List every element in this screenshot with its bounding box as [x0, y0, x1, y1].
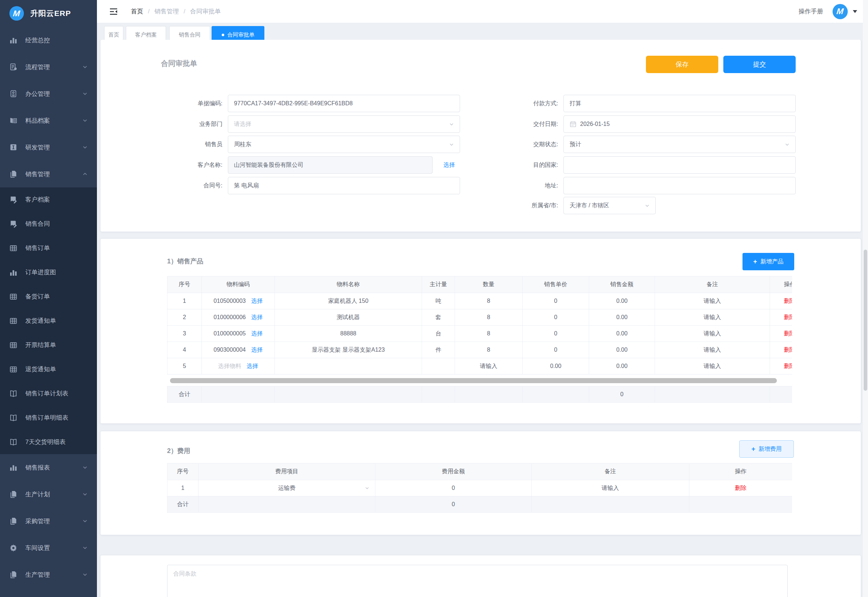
cell-remark-input[interactable]: 请输入: [655, 358, 770, 374]
sidebar-item-stock-order[interactable]: 备货订单: [0, 284, 97, 309]
sidebar-item-office-management[interactable]: 办公管理: [0, 80, 97, 107]
add-product-button[interactable]: + 新增产品: [742, 253, 794, 270]
open-book-icon: [9, 390, 17, 398]
field-input-payment-method[interactable]: 打算: [563, 95, 795, 112]
fees-section-title: 2）费用: [167, 447, 190, 455]
user-avatar[interactable]: M: [832, 4, 848, 19]
sidebar-item-return-notice[interactable]: 退货通知单: [0, 357, 97, 382]
sidebar-item-processing-workshop[interactable]: 加工车间: [0, 588, 97, 597]
sidebar-item-sales-contract[interactable]: 销售合同: [0, 212, 97, 236]
delete-row-link[interactable]: 删除: [784, 347, 792, 353]
sidebar-item-customer-archive[interactable]: 客户档案: [0, 187, 97, 212]
cell-remark-input[interactable]: 请输入: [655, 309, 770, 326]
cell-qty[interactable]: 请输入: [455, 358, 523, 374]
sidebar-item-material-archive[interactable]: 料品档案: [0, 107, 97, 134]
bar-chart-icon: [9, 36, 17, 44]
field-input-delivery-date[interactable]: 2026-01-15: [563, 116, 795, 133]
submit-button[interactable]: 提交: [723, 56, 795, 73]
field-input-address[interactable]: [563, 177, 795, 194]
sidebar-item-sales-management[interactable]: 销售管理: [0, 160, 97, 187]
field-input-salesperson[interactable]: 周桂东: [228, 136, 460, 153]
products-hscrollbar: [167, 377, 792, 385]
field-input-business-dept[interactable]: 请选择: [228, 116, 460, 133]
field-input-contract-no[interactable]: 第 电风扇: [228, 177, 460, 194]
menu-fold-icon[interactable]: [108, 6, 118, 16]
tab-label: 首页: [108, 31, 119, 39]
products-total-wrap: 合计0: [167, 386, 792, 403]
delete-row-link[interactable]: 删除: [784, 314, 792, 320]
office-card-icon: [9, 90, 17, 98]
page-vscrollbar-thumb[interactable]: [864, 249, 867, 391]
sidebar-item-label: 车间设置: [25, 544, 83, 552]
field-customer-name: 客户名称:山河智能装备股份有限公司选择: [148, 156, 460, 174]
tab-客户档案[interactable]: 客户档案: [126, 26, 166, 40]
fees-table: 序号费用项目费用金额备注操作1运输费0请输入删除合计0: [167, 463, 792, 513]
cell-amount: 0.00: [589, 358, 655, 374]
contract-terms-textarea[interactable]: 合同条款: [167, 565, 788, 597]
sidebar-item-sales-order[interactable]: 销售订单: [0, 236, 97, 260]
field-input-destination-country[interactable]: [563, 156, 795, 174]
field-label-address: 地址:: [484, 182, 558, 190]
field-delivery-status: 交期状态:预计: [484, 136, 795, 153]
sidebar-item-purchase-management[interactable]: 采购管理: [0, 508, 97, 535]
field-input-delivery-status[interactable]: 预计: [563, 136, 795, 153]
delete-row-link[interactable]: 删除: [735, 485, 747, 491]
sidebar-item-rd-management[interactable]: 研发管理: [0, 134, 97, 160]
sidebar-item-label: 采购管理: [25, 517, 83, 525]
cell-remark-input[interactable]: 请输入: [532, 480, 689, 496]
user-menu-caret-icon[interactable]: [853, 10, 857, 13]
cell-remark-input[interactable]: 请输入: [655, 293, 770, 309]
product-row: 10105000003选择家庭机器人 150吨800.00请输入删除: [167, 293, 792, 309]
sidebar-item-production-management[interactable]: 生产管理: [0, 561, 97, 588]
select-material-link[interactable]: 选择: [251, 346, 262, 354]
delete-row-link[interactable]: 删除: [784, 298, 792, 304]
select-material-link[interactable]: 选择: [251, 330, 262, 337]
pages-icon: [9, 570, 17, 579]
chevron-down-icon: [785, 142, 789, 147]
cell-fee-item-select[interactable]: 运输费: [198, 480, 375, 496]
select-material-link[interactable]: 选择: [251, 314, 262, 321]
sidebar-item-process-management[interactable]: 流程管理: [0, 53, 97, 80]
sidebar-item-business-overview[interactable]: 经营总控: [0, 27, 97, 53]
sidebar-item-label: 订单进度图: [25, 268, 87, 276]
product-row: 5选择物料选择请输入0.000.00请输入删除: [167, 358, 792, 374]
select-material-link[interactable]: 选择: [251, 297, 262, 305]
sidebar-item-order-progress-chart[interactable]: 订单进度图: [0, 260, 97, 284]
tab-销售合同[interactable]: 销售合同: [169, 26, 210, 40]
manual-link[interactable]: 操作手册: [798, 7, 823, 16]
breadcrumb-item[interactable]: 首页: [131, 7, 143, 16]
chevron-down-icon: [83, 465, 87, 470]
save-button[interactable]: 保存: [646, 56, 718, 73]
tab-首页[interactable]: 首页: [104, 26, 123, 40]
field-input-province-city[interactable]: 天津市 / 市辖区: [563, 197, 656, 214]
add-fee-button[interactable]: + 新增费用: [739, 440, 794, 458]
tab-合同审批单[interactable]: 合同审批单: [212, 26, 264, 40]
field-input-doc-code[interactable]: 9770CA17-3497-4DB2-995E-B49E9CF61BD8: [228, 95, 460, 112]
sidebar-item-label: 发货通知单: [25, 316, 87, 325]
delete-row-link[interactable]: 删除: [784, 363, 792, 369]
sidebar-item-shipping-notice[interactable]: 发货通知单: [0, 309, 97, 333]
delete-row-link[interactable]: 删除: [784, 330, 792, 337]
active-tab-dot-icon: [222, 34, 224, 36]
sidebar-item-invoice-settlement[interactable]: 开票结算单: [0, 333, 97, 357]
app-logo[interactable]: M 升阳云ERP: [0, 0, 97, 27]
flow-doc-icon: [9, 63, 17, 71]
select-material-link[interactable]: 选择: [247, 362, 258, 370]
breadcrumb-item[interactable]: 销售管理: [154, 7, 179, 16]
breadcrumb: 首页/销售管理/合同审批单: [131, 7, 221, 16]
field-label-customer-name: 客户名称:: [148, 161, 222, 169]
field-input-customer-name[interactable]: 山河智能装备股份有限公司: [228, 156, 433, 174]
cell-remark-input[interactable]: 请输入: [655, 342, 770, 358]
sidebar-item-sales-order-detail[interactable]: 销售订单明细表: [0, 405, 97, 430]
cell-material-name: 88888: [275, 326, 422, 342]
field-link-customer-name[interactable]: 选择: [443, 161, 455, 169]
cell-remark-input[interactable]: 请输入: [655, 326, 770, 342]
sidebar-item-delivery-7day-detail[interactable]: 7天交货明细表: [0, 430, 97, 454]
products-hscrollbar-thumb[interactable]: [170, 378, 777, 383]
sidebar-item-production-plan[interactable]: 生产计划: [0, 481, 97, 508]
products-table-wrap: 序号物料编码物料名称主计量数量销售单价销售金额备注操作10105000003选择…: [167, 276, 792, 374]
cell-seq: 1: [167, 293, 202, 309]
sidebar-item-sales-order-plan[interactable]: 销售订单计划表: [0, 382, 97, 405]
sidebar-item-workshop-settings[interactable]: 车间设置: [0, 535, 97, 561]
sidebar-item-sales-report[interactable]: 销售报表: [0, 454, 97, 481]
